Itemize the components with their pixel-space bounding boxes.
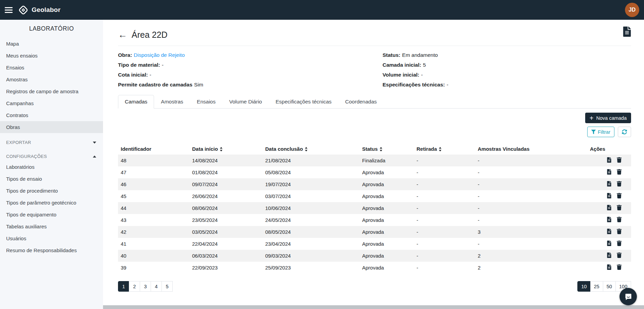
table-row[interactable]: 45 26/06/2024 03/07/2024 Aprovada - - bbox=[118, 190, 631, 202]
page-button[interactable]: 2 bbox=[129, 281, 140, 292]
sidebar-item[interactable]: Contratos bbox=[0, 109, 103, 121]
delete-layer-icon[interactable] bbox=[617, 206, 622, 211]
sidebar-item[interactable]: Amostras bbox=[0, 74, 103, 85]
detail-label: Permite cadastro de camadas bbox=[118, 82, 192, 87]
delete-layer-icon[interactable] bbox=[617, 170, 622, 176]
tab[interactable]: Camadas bbox=[118, 95, 154, 109]
delete-layer-icon[interactable] bbox=[617, 194, 622, 199]
sidebar-item[interactable]: Ensaios bbox=[0, 62, 103, 74]
column-header[interactable]: Data início bbox=[189, 143, 262, 154]
table-row[interactable]: 41 22/04/2024 23/04/2024 Aprovada - - bbox=[118, 238, 631, 250]
menu-icon[interactable] bbox=[5, 7, 13, 13]
sidebar-item[interactable]: Obras bbox=[0, 121, 103, 133]
sidebar-section-exportar[interactable]: EXPORTAR bbox=[0, 136, 103, 147]
cell-retirada: - bbox=[414, 214, 475, 226]
sidebar-item[interactable]: Tipos de ensaio bbox=[0, 173, 103, 185]
detail-line: Status:Em andamento bbox=[383, 50, 631, 60]
delete-layer-icon[interactable] bbox=[617, 158, 622, 164]
tab[interactable]: Especificações técnicas bbox=[269, 95, 338, 109]
table-row[interactable]: 47 01/08/2024 05/08/2024 Aprovada - - bbox=[118, 166, 631, 178]
view-details-icon[interactable] bbox=[607, 265, 613, 271]
delete-layer-icon[interactable] bbox=[617, 253, 622, 259]
tab[interactable]: Volume Diário bbox=[222, 95, 269, 109]
tab[interactable]: Amostras bbox=[154, 95, 190, 109]
cell-identificador: 43 bbox=[118, 214, 189, 226]
view-details-icon[interactable] bbox=[607, 241, 613, 247]
detail-label: Especificações técnicas: bbox=[383, 82, 445, 87]
sidebar-item[interactable]: Usuários bbox=[0, 232, 103, 244]
column-header[interactable]: Ações bbox=[587, 143, 631, 154]
page-title: Área 22D bbox=[132, 30, 168, 40]
column-header[interactable]: Status bbox=[359, 143, 414, 154]
view-details-icon[interactable] bbox=[607, 158, 613, 164]
sort-icon bbox=[305, 147, 308, 151]
column-header[interactable]: Retirada bbox=[414, 143, 475, 154]
sidebar-item[interactable]: Tipos de procedimento bbox=[0, 185, 103, 197]
column-header[interactable]: Identificador bbox=[118, 143, 189, 154]
delete-layer-icon[interactable] bbox=[617, 229, 622, 235]
sidebar-item[interactable]: Meus ensaios bbox=[0, 50, 103, 62]
sidebar-item[interactable]: Tipos de parâmetro geotécnico bbox=[0, 197, 103, 209]
table-row[interactable]: 39 22/09/2023 25/09/2023 Aprovada - 2 bbox=[118, 262, 631, 274]
refresh-button[interactable] bbox=[618, 127, 631, 137]
table-row[interactable]: 48 14/08/2024 21/08/2024 Finalizada - - bbox=[118, 154, 631, 166]
cell-status: Finalizada bbox=[359, 154, 414, 166]
table-row[interactable]: 42 03/05/2024 08/05/2024 Aprovada - 3 bbox=[118, 226, 631, 238]
table-row[interactable]: 40 06/03/2024 09/03/2024 Aprovada - 2 bbox=[118, 250, 631, 262]
view-details-icon[interactable] bbox=[607, 206, 613, 211]
delete-layer-icon[interactable] bbox=[617, 265, 622, 271]
column-header[interactable]: Data conclusão bbox=[262, 143, 359, 154]
page-button[interactable]: 5 bbox=[162, 281, 173, 292]
page-button[interactable]: 1 bbox=[118, 281, 129, 292]
table-row[interactable]: 43 23/05/2024 24/05/2024 Aprovada - - bbox=[118, 214, 631, 226]
sidebar: LABORATÓRIO Mapa Meus ensaios Ensaios Am… bbox=[0, 20, 103, 309]
cell-data-conclusao: 25/09/2023 bbox=[262, 262, 359, 274]
cell-identificador: 40 bbox=[118, 250, 189, 262]
page-size-button[interactable]: 10 bbox=[577, 281, 590, 292]
page-size-button[interactable]: 50 bbox=[603, 281, 616, 292]
new-layer-button[interactable]: + Nova camada bbox=[585, 113, 631, 123]
table-row[interactable]: 46 09/07/2024 19/07/2024 Aprovada - - bbox=[118, 178, 631, 190]
cell-status: Aprovada bbox=[359, 238, 414, 250]
sidebar-nav: Mapa Meus ensaios Ensaios Amostras Regis… bbox=[0, 38, 103, 133]
detail-label: Camada inicial: bbox=[383, 62, 421, 68]
cell-acoes bbox=[587, 250, 631, 262]
sidebar-item[interactable]: Registros de campo de amostra bbox=[0, 85, 103, 97]
page-button[interactable]: 3 bbox=[140, 281, 151, 292]
sidebar-item[interactable]: Mapa bbox=[0, 38, 103, 50]
page-button[interactable]: 4 bbox=[151, 281, 162, 292]
delete-layer-icon[interactable] bbox=[617, 241, 622, 247]
view-details-icon[interactable] bbox=[607, 229, 613, 235]
page-size-button[interactable]: 25 bbox=[590, 281, 603, 292]
view-details-icon[interactable] bbox=[607, 253, 613, 259]
column-header[interactable]: Amostras Vinculadas bbox=[475, 143, 587, 154]
view-details-icon[interactable] bbox=[607, 182, 613, 188]
sidebar-section-configuracoes[interactable]: CONFIGURAÇÕES bbox=[0, 150, 103, 161]
tab[interactable]: Ensaios bbox=[190, 95, 222, 109]
sidebar-item[interactable]: Laboratórios bbox=[0, 161, 103, 173]
filter-button[interactable]: Filtrar bbox=[587, 127, 614, 137]
delete-layer-icon[interactable] bbox=[617, 182, 622, 188]
tab-bar: Camadas Amostras Ensaios Volume Diário E… bbox=[118, 95, 631, 109]
tab[interactable]: Coordenadas bbox=[338, 95, 384, 109]
filter-label: Filtrar bbox=[598, 129, 610, 135]
top-navbar: Geolabor JD bbox=[0, 0, 644, 20]
table-row[interactable]: 44 08/06/2024 10/06/2024 Aprovada - - bbox=[118, 202, 631, 214]
app-logo[interactable]: Geolabor bbox=[18, 5, 61, 15]
back-arrow-icon[interactable]: ← bbox=[118, 30, 127, 39]
user-avatar[interactable]: JD bbox=[625, 3, 639, 17]
chat-widget-button[interactable] bbox=[620, 288, 637, 305]
cell-retirada: - bbox=[414, 154, 475, 166]
report-file-icon[interactable] bbox=[623, 27, 631, 38]
sidebar-item[interactable]: Tabelas auxiliares bbox=[0, 221, 103, 232]
cell-retirada: - bbox=[414, 190, 475, 202]
horizontal-scrollbar[interactable] bbox=[103, 305, 644, 309]
delete-layer-icon[interactable] bbox=[617, 217, 622, 223]
sidebar-item[interactable]: Resumo de Responsabilidades bbox=[0, 244, 103, 256]
pagination-row: 1 2 3 4 5 10 25 50 100 bbox=[118, 281, 631, 292]
view-details-icon[interactable] bbox=[607, 217, 613, 223]
sidebar-item[interactable]: Campanhas bbox=[0, 97, 103, 109]
view-details-icon[interactable] bbox=[607, 194, 613, 199]
sidebar-item[interactable]: Tipos de equipamento bbox=[0, 209, 103, 221]
view-details-icon[interactable] bbox=[607, 170, 613, 176]
